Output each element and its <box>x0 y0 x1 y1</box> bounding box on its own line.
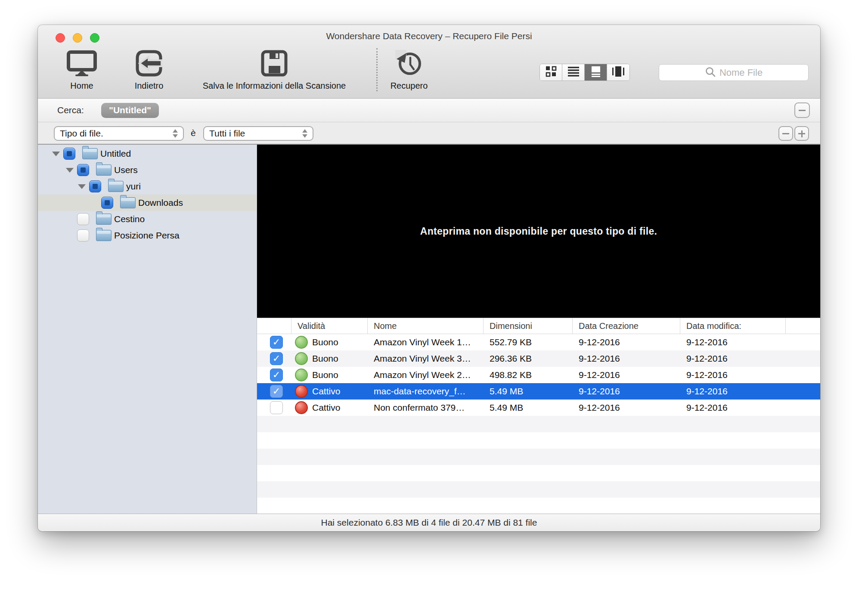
row-checkbox[interactable]: ✓ <box>270 385 283 398</box>
filler-cell <box>786 367 820 383</box>
tree-item[interactable]: Cestino <box>38 211 257 227</box>
good-status-icon <box>295 352 308 365</box>
table-row[interactable]: ✓BuonoAmazon Vinyl Week 3…296.36 KB9-12-… <box>257 350 820 367</box>
row-checkbox[interactable] <box>270 401 283 414</box>
row-checkbox-cell <box>257 400 291 416</box>
file-size-cell: 296.36 KB <box>484 350 573 367</box>
tree-item[interactable]: Users <box>38 162 257 178</box>
main-content: UntitledUsersyuriDownloadsCestinoPosizio… <box>38 145 820 514</box>
title-bar: Wondershare Data Recovery – Recupero Fil… <box>38 25 820 46</box>
tree-checkbox[interactable] <box>77 164 89 176</box>
table-row[interactable]: CattivoNon confermato 379…5.49 MB9-12-20… <box>257 400 820 416</box>
column-header-created[interactable]: Data Creazione <box>573 318 680 334</box>
search-input[interactable]: Nome File <box>659 64 809 81</box>
tree-checkbox[interactable] <box>101 197 113 209</box>
preview-unavailable-message: Anteprima non disponibile per questo tip… <box>420 226 657 237</box>
search-icon <box>705 66 716 79</box>
sidebar-tree: UntitledUsersyuriDownloadsCestinoPosizio… <box>38 145 257 514</box>
minus-icon <box>799 110 806 111</box>
row-checkbox[interactable]: ✓ <box>270 352 283 365</box>
bad-status-icon <box>295 385 308 398</box>
modified-date-cell: 9-12-2016 <box>680 400 786 416</box>
file-name-cell: Non confermato 379… <box>368 400 484 416</box>
row-checkbox-cell: ✓ <box>257 367 291 383</box>
validity-cell: Buono <box>291 334 368 350</box>
recover-button[interactable]: Recupero <box>379 50 439 91</box>
column-header-name[interactable]: Nome <box>368 318 484 334</box>
right-pane: Anteprima non disponibile per questo tip… <box>257 145 820 514</box>
filler-cell <box>786 334 820 350</box>
thumbnail-grid-icon <box>546 66 557 79</box>
modified-date-cell: 9-12-2016 <box>680 383 786 400</box>
table-row[interactable]: ✓BuonoAmazon Vinyl Week 2…498.82 KB9-12-… <box>257 367 820 383</box>
good-status-icon <box>295 336 308 349</box>
column-header-modified[interactable]: Data modifica: <box>680 318 786 334</box>
column-header-size[interactable]: Dimensioni <box>484 318 573 334</box>
dropdown-chevrons-icon <box>302 129 307 138</box>
tree-item-label: Posizione Persa <box>114 230 180 241</box>
folder-icon <box>82 148 98 159</box>
table-row[interactable]: ✓Cattivomac-data-recovery_f…5.49 MB9-12-… <box>257 383 820 400</box>
disclosure-triangle-icon[interactable] <box>78 184 86 189</box>
file-size-cell: 498.82 KB <box>484 367 573 383</box>
validity-label: Buono <box>312 353 338 364</box>
recover-button-label: Recupero <box>391 81 428 91</box>
disclosure-triangle-icon[interactable] <box>52 152 60 156</box>
table-header: ValiditàNomeDimensioniData CreazioneData… <box>257 318 820 334</box>
coverflow-icon <box>612 66 625 79</box>
tree-item-label: Untitled <box>100 149 131 159</box>
row-checkbox[interactable]: ✓ <box>270 369 283 381</box>
save-scan-info-button[interactable]: Salva le Informazioni della Scansione <box>184 50 365 91</box>
plus-icon-bar <box>801 130 803 137</box>
filler-cell <box>786 400 820 416</box>
table-row[interactable]: ✓BuonoAmazon Vinyl Week 1…552.79 KB9-12-… <box>257 334 820 350</box>
tree-checkbox[interactable] <box>63 148 75 160</box>
folder-icon <box>96 230 112 241</box>
column-header-validity[interactable]: Validità <box>291 318 368 334</box>
tree-item[interactable]: Untitled <box>38 146 257 162</box>
tree-item[interactable]: yuri <box>38 178 257 195</box>
back-arrow-document-icon <box>134 50 164 78</box>
view-mode-coverflow-icon[interactable] <box>607 64 629 81</box>
validity-label: Buono <box>312 370 338 380</box>
filter-connector-label: è <box>191 128 196 138</box>
search-criteria-label: Cerca: <box>57 105 84 115</box>
filter-value-dropdown[interactable]: Tutti i file <box>203 126 313 141</box>
row-checkbox[interactable]: ✓ <box>270 336 283 349</box>
home-button[interactable]: Home <box>56 50 108 91</box>
created-date-cell: 9-12-2016 <box>573 400 680 416</box>
filler-cell <box>786 350 820 367</box>
disclosure-slot <box>65 168 74 173</box>
modified-date-cell: 9-12-2016 <box>680 350 786 367</box>
mixed-state-mark <box>81 167 86 173</box>
app-window: Wondershare Data Recovery – Recupero Fil… <box>38 25 820 531</box>
preview-pane: Anteprima non disponibile per questo tip… <box>257 145 820 318</box>
view-mode-preview-pane-icon[interactable] <box>585 64 607 81</box>
remove-filter-button[interactable] <box>778 126 793 141</box>
validity-label: Cattivo <box>312 386 340 397</box>
home-button-label: Home <box>70 81 93 91</box>
file-type-dropdown-value: Tipo di file. <box>60 128 168 139</box>
tree-item[interactable]: Downloads <box>38 195 257 211</box>
row-checkbox-cell: ✓ <box>257 350 291 367</box>
validity-cell: Cattivo <box>291 400 368 416</box>
view-mode-list-view-icon[interactable] <box>562 64 585 81</box>
tree-checkbox[interactable] <box>89 180 101 192</box>
modified-date-cell: 9-12-2016 <box>680 367 786 383</box>
view-mode-thumbnail-grid-icon[interactable] <box>540 64 562 81</box>
filter-bar: Tipo di file. è Tutti i file <box>38 122 820 145</box>
file-type-dropdown[interactable]: Tipo di file. <box>54 126 184 141</box>
validity-cell: Buono <box>291 367 368 383</box>
folder-icon <box>120 197 136 208</box>
tree-checkbox[interactable] <box>77 229 89 242</box>
disclosure-triangle-icon[interactable] <box>66 168 74 173</box>
tree-item[interactable]: Posizione Persa <box>38 227 257 244</box>
file-size-cell: 5.49 MB <box>484 383 573 400</box>
remove-search-criteria-button[interactable] <box>794 102 810 118</box>
add-filter-button[interactable] <box>794 126 809 141</box>
search-token[interactable]: "Untitled" <box>101 103 159 118</box>
tree-item-label: yuri <box>126 181 141 192</box>
back-button[interactable]: Indietro <box>123 50 175 91</box>
tree-checkbox[interactable] <box>77 213 89 225</box>
tree-item-label: Downloads <box>138 198 183 208</box>
